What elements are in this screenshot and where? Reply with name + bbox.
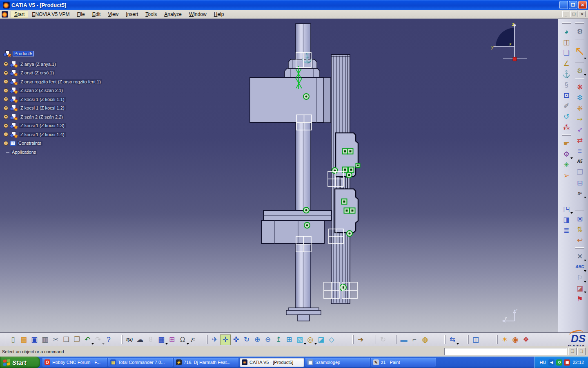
toolbar-handle[interactable] [575, 62, 584, 63]
link-icon[interactable]: 8 [145, 334, 156, 345]
flag-note-icon[interactable]: ⚐ [575, 272, 585, 283]
graph-tree-reorder-icon[interactable]: ≡ [575, 146, 585, 156]
expander-icon[interactable]: + [4, 106, 8, 110]
tray-app-icon[interactable]: ▣ [564, 359, 570, 366]
zoom-out-icon[interactable]: ⊖ [263, 334, 273, 345]
expander-icon[interactable]: + [4, 62, 8, 66]
door-panel-icon[interactable]: ◨ [561, 214, 572, 225]
model-nut-lower[interactable] [285, 68, 320, 78]
paperclip-attach-icon[interactable]: § [561, 79, 572, 90]
power-input-button[interactable]: ❐ [568, 348, 577, 355]
menu-file[interactable]: File [73, 11, 88, 18]
model-carrier-block[interactable] [250, 78, 324, 123]
task-hobby-cnc-forum[interactable]: OHobby CNC Fórum - F... [42, 358, 107, 367]
minimize-button[interactable]: _ [559, 1, 568, 9]
comment-bubble-icon[interactable]: ☁ [135, 334, 145, 345]
redo-icon[interactable]: ↷ [93, 334, 103, 345]
mdi-restore-button[interactable]: ❐ [570, 11, 577, 17]
hidden-line-icon[interactable]: ◎ [305, 334, 316, 345]
tree-item-label[interactable]: Z kocsi 1 (Z kocsi 1.1) [19, 97, 66, 102]
3d-viewport[interactable]: ⚓ [0, 19, 558, 332]
fly-mode-icon[interactable]: ✈ [209, 334, 220, 345]
screwdriver-icon[interactable]: ✐ [561, 101, 572, 111]
tree-item-label[interactable]: Z anya (Z anya.1) [19, 62, 57, 67]
toolbar-handle[interactable] [5, 335, 6, 344]
normal-view-icon[interactable]: ↥ [273, 334, 284, 345]
task-winamp[interactable]: ⚡716. Dj Harmath Feat... [174, 358, 238, 367]
expander-icon[interactable]: + [4, 88, 8, 93]
box-frame-icon[interactable]: ◫ [561, 37, 572, 47]
sectioning-icon[interactable]: ◪ [575, 283, 585, 294]
expander-icon[interactable]: + [4, 123, 8, 128]
hand-box-icon[interactable]: ☛ [561, 138, 572, 149]
eraser-book-icon[interactable]: ◫ [470, 334, 481, 345]
toolbar-handle[interactable] [396, 335, 397, 344]
component-sparkle-icon[interactable]: ❋ [575, 82, 585, 92]
weight-inertia-icon[interactable]: ◍ [420, 334, 430, 345]
toolbar-handle[interactable] [207, 335, 208, 344]
sliders-icon[interactable]: ⇆ [447, 334, 458, 345]
toolbar-handle[interactable] [562, 22, 571, 24]
toolbar-handle[interactable] [352, 335, 354, 344]
toolbar-handle[interactable] [468, 335, 469, 344]
gear-ball-icon[interactable]: ⚙ [561, 149, 572, 159]
toolbar-handle[interactable] [575, 78, 584, 79]
expander-icon[interactable]: + [4, 141, 8, 146]
lock-icon[interactable]: Ω [177, 334, 188, 345]
smart-constellation-icon[interactable]: ⁂ [561, 122, 572, 132]
window-list-icon[interactable]: ⊟ [575, 177, 585, 188]
language-indicator[interactable]: HU [540, 360, 546, 365]
task-catia[interactable]: ✴CATIA V5 - [Product5] [240, 358, 304, 367]
new-part-icon[interactable]: ❇ [575, 92, 585, 103]
task-paint[interactable]: ✎z1 - Paint [371, 358, 436, 367]
update-swoosh-icon[interactable]: ↺ [561, 111, 572, 122]
tree-item-label[interactable]: Z kocsi 1 (Z kocsi 1.4) [19, 132, 66, 137]
opera-tray-icon[interactable]: O [556, 359, 562, 366]
tree-item-z-orso-rogzito-fent-z-orso-rogzito-fent-1[interactable]: +Z orso rogzito fent (Z orso rogzito fen… [2, 77, 136, 86]
angle-measure-icon[interactable]: ∠ [561, 58, 572, 69]
replace-component-icon[interactable]: ⇄ [575, 135, 585, 146]
new-document-icon[interactable]: ▯ [8, 334, 18, 345]
tree-item-label[interactable]: Z szán 2 (Z szán 2.1) [19, 88, 64, 93]
menu-analyze[interactable]: Analyze [160, 11, 185, 18]
tree-item-label[interactable]: Z orso rogzito fent (Z orso rogzito fent… [19, 79, 102, 84]
toolbar-handle[interactable] [121, 335, 122, 344]
toolbar-handle[interactable] [575, 39, 584, 40]
menu-view[interactable]: View [104, 11, 122, 18]
tree-item-z-anya-z-anya-1[interactable]: +Z anya (Z anya.1) [2, 60, 136, 69]
task-total-commander[interactable]: ▤Total Commander 7.0... [108, 358, 173, 367]
select-arrow-icon[interactable]: ↖ [575, 43, 585, 60]
tree-list-icon[interactable]: ≣ [561, 225, 572, 236]
tree-item-label[interactable]: Z orsó (Z orsó.1) [19, 70, 55, 75]
zoom-in-icon[interactable]: ⊕ [252, 334, 263, 345]
expander-icon[interactable]: + [4, 71, 8, 75]
copy-icon[interactable]: ❏ [61, 334, 71, 345]
save-icon[interactable]: ▣ [29, 334, 40, 345]
menu-start[interactable]: Start [11, 11, 28, 18]
dialog-expand-button[interactable]: ❑ [577, 348, 586, 355]
model-bottom-block[interactable] [261, 220, 324, 244]
toolbar-handle[interactable] [444, 335, 445, 344]
open-folder-icon[interactable]: ▤ [18, 334, 29, 345]
box-swap-icon[interactable]: ⇅ [575, 224, 585, 235]
design-table-icon[interactable]: ▦ [156, 334, 167, 345]
tree-root-label[interactable]: Product5 [13, 51, 34, 56]
toolbar-handle[interactable] [575, 22, 584, 24]
ruler-icon[interactable]: ▬ [399, 334, 409, 345]
rotate-icon[interactable]: ↻ [241, 334, 252, 345]
tree-item-constraints[interactable]: +∷Constraints [2, 139, 136, 148]
tree-item-z-kocsi-1-z-kocsi-1-2[interactable]: +Z kocsi 1 (Z kocsi 1.2) [2, 104, 136, 113]
fit-all-icon[interactable]: ✛ [220, 334, 231, 345]
mdi-minimize-button[interactable]: _ [562, 11, 569, 17]
gear-select-icon[interactable]: ⚙ [575, 65, 585, 76]
existing-positioned-icon[interactable]: ➶ [575, 124, 585, 135]
task-calculator[interactable]: ▦Számológép [305, 358, 370, 367]
catia-app-icon[interactable] [3, 2, 10, 9]
wireframe-view-icon[interactable]: ◇ [326, 334, 337, 345]
expander-icon[interactable]: + [4, 132, 8, 137]
toolbar-handle[interactable] [575, 247, 584, 249]
paste-icon[interactable]: ❐ [71, 334, 82, 345]
tree-item-label[interactable]: Z szán 2 (Z szán 2.2) [19, 114, 64, 119]
camera-ball-icon[interactable]: ◉ [510, 334, 521, 345]
tree-item-z-kocsi-1-z-kocsi-1-1[interactable]: +Z kocsi 1 (Z kocsi 1.1) [2, 95, 136, 104]
